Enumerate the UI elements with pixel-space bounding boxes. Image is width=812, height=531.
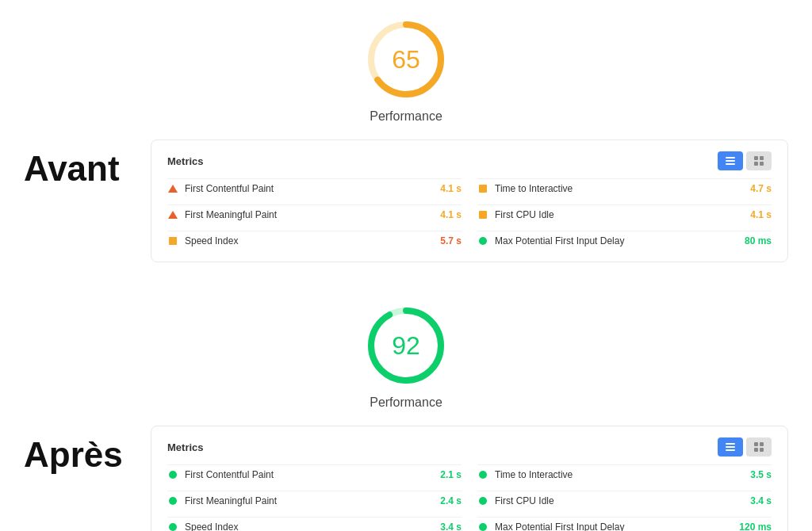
apres-metrics-grid: First Contentful Paint 2.1 s Time to Int… xyxy=(167,464,772,531)
apres-performance-label: Performance xyxy=(370,395,442,410)
avant-title: Avant xyxy=(24,139,151,189)
apres-title: Après xyxy=(24,426,151,475)
avant-mpfid-name: Max Potential First Input Delay xyxy=(495,235,738,246)
avant-metric-fmp: First Meaningful Paint 4.1 s xyxy=(167,204,462,224)
avant-tti-icon xyxy=(477,183,488,194)
avant-performance-label: Performance xyxy=(370,109,442,124)
apres-fcp-name: First Contentful Paint xyxy=(185,469,434,480)
svg-rect-2 xyxy=(726,157,735,159)
svg-rect-11 xyxy=(726,443,735,445)
avant-view-toggle xyxy=(718,151,772,170)
avant-metric-si: Speed Index 5.7 s xyxy=(167,231,462,250)
avant-tti-name: Time to Interactive xyxy=(495,183,744,194)
avant-metric-mpfid: Max Potential First Input Delay 80 ms xyxy=(477,231,772,250)
avant-tti-value: 4.7 s xyxy=(750,183,772,194)
svg-rect-13 xyxy=(726,449,735,451)
svg-rect-14 xyxy=(754,442,758,446)
apres-metric-fci: First CPU Idle 3.4 s xyxy=(477,491,772,510)
svg-rect-7 xyxy=(754,162,758,166)
apres-tti-icon xyxy=(477,469,488,480)
list-icon-apres xyxy=(725,441,736,453)
apres-mpfid-name: Max Potential First Input Delay xyxy=(495,521,733,531)
apres-metrics-title: Metrics xyxy=(167,441,204,453)
svg-rect-15 xyxy=(760,442,764,446)
apres-gauge: 92 xyxy=(362,302,450,389)
avant-si-value: 5.7 s xyxy=(440,235,462,246)
grid-icon xyxy=(753,155,764,166)
apres-fmp-value: 2.4 s xyxy=(440,495,462,506)
apres-si-value: 3.4 s xyxy=(440,521,462,531)
avant-score: 65 xyxy=(392,45,420,74)
square-orange-icon xyxy=(479,185,487,193)
apres-mpfid-value: 120 ms xyxy=(739,521,772,531)
apres-metrics-header: Metrics xyxy=(167,437,772,457)
avant-metrics-card: Metrics xyxy=(151,139,788,262)
avant-metrics-header: Metrics xyxy=(167,151,772,170)
apres-metrics-card: Metrics xyxy=(151,426,788,531)
section-divider xyxy=(0,270,812,286)
square-orange-icon-3 xyxy=(169,237,177,245)
apres-grid-view-button[interactable] xyxy=(746,437,772,457)
circle-green-icon-fci xyxy=(479,497,487,505)
circle-green-icon-fcp xyxy=(169,471,177,479)
avant-metrics-title: Metrics xyxy=(167,155,204,167)
apres-metric-tti: Time to Interactive 3.5 s xyxy=(477,464,772,484)
avant-si-name: Speed Index xyxy=(185,235,434,246)
avant-metric-fci: First CPU Idle 4.1 s xyxy=(477,204,772,224)
apres-fcp-icon xyxy=(167,469,178,480)
circle-green-icon xyxy=(479,237,487,245)
avant-section: 65 Performance xyxy=(0,0,812,139)
triangle-red-icon xyxy=(168,185,178,193)
avant-fci-icon xyxy=(477,209,488,220)
apres-fmp-name: First Meaningful Paint xyxy=(185,495,434,506)
avant-metric-fcp: First Contentful Paint 4.1 s xyxy=(167,178,462,198)
apres-fci-icon xyxy=(477,495,488,506)
avant-list-view-button[interactable] xyxy=(718,151,743,170)
svg-rect-8 xyxy=(760,162,764,166)
apres-tti-name: Time to Interactive xyxy=(495,469,744,480)
avant-fci-name: First CPU Idle xyxy=(495,209,744,220)
apres-fmp-icon xyxy=(167,495,178,506)
apres-metric-fmp: First Meaningful Paint 2.4 s xyxy=(167,491,462,510)
svg-rect-5 xyxy=(754,156,758,160)
apres-metric-fcp: First Contentful Paint 2.1 s xyxy=(167,464,462,484)
avant-mpfid-value: 80 ms xyxy=(745,235,772,246)
apres-mpfid-icon xyxy=(477,521,488,531)
svg-rect-16 xyxy=(754,448,758,452)
avant-metric-tti: Time to Interactive 4.7 s xyxy=(477,178,772,198)
circle-green-icon-mpfid xyxy=(479,523,487,531)
avant-fmp-icon xyxy=(167,209,178,220)
apres-fcp-value: 2.1 s xyxy=(440,469,462,480)
apres-si-icon xyxy=(167,521,178,531)
apres-metric-si: Speed Index 3.4 s xyxy=(167,517,462,531)
svg-rect-4 xyxy=(726,163,735,165)
svg-rect-17 xyxy=(760,448,764,452)
avant-metrics-grid: First Contentful Paint 4.1 s Time to Int… xyxy=(167,178,772,250)
apres-list-view-button[interactable] xyxy=(718,437,743,457)
avant-fmp-value: 4.1 s xyxy=(440,209,462,220)
circle-green-icon-si xyxy=(169,523,177,531)
grid-icon-apres xyxy=(753,441,764,453)
apres-section: 92 Performance xyxy=(0,286,812,426)
avant-mpfid-icon xyxy=(477,235,488,246)
svg-rect-3 xyxy=(726,160,735,162)
apres-score: 92 xyxy=(392,331,420,361)
avant-si-icon xyxy=(167,235,178,246)
triangle-red-icon-2 xyxy=(168,211,178,219)
apres-view-toggle xyxy=(718,437,772,457)
apres-metric-mpfid: Max Potential First Input Delay 120 ms xyxy=(477,517,772,531)
svg-rect-12 xyxy=(726,446,735,448)
list-icon xyxy=(725,155,736,166)
apres-fci-value: 3.4 s xyxy=(750,495,772,506)
avant-gauge: 65 xyxy=(362,16,450,103)
avant-fci-value: 4.1 s xyxy=(750,209,772,220)
circle-green-icon-fmp xyxy=(169,497,177,505)
avant-fcp-value: 4.1 s xyxy=(440,183,462,194)
avant-fcp-name: First Contentful Paint xyxy=(185,183,434,194)
svg-rect-6 xyxy=(760,156,764,160)
avant-panel-row: Avant Metrics xyxy=(0,139,812,262)
avant-grid-view-button[interactable] xyxy=(746,151,772,170)
square-orange-icon-2 xyxy=(479,211,487,219)
apres-panel-row: Après Metrics xyxy=(0,426,812,531)
avant-fcp-icon xyxy=(167,183,178,194)
